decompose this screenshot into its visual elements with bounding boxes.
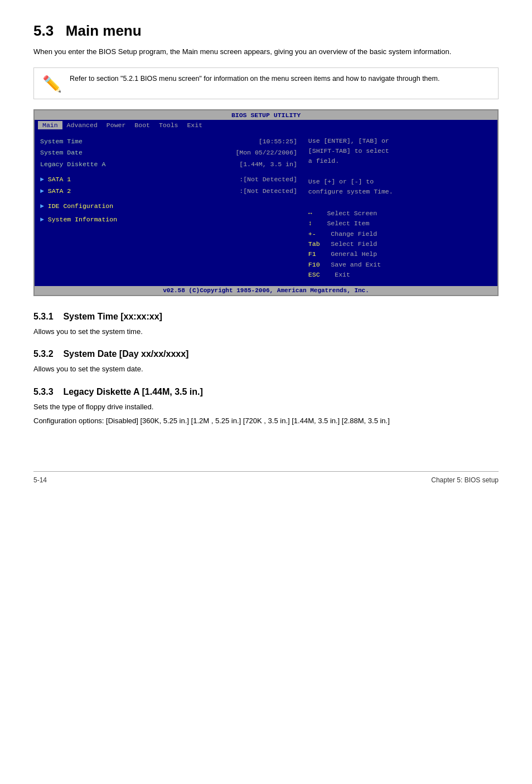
bios-value-sata2: :[Not Detected] — [239, 186, 297, 197]
bios-menu-power[interactable]: Power — [102, 121, 130, 129]
page-title: 5.3 Main menu — [33, 22, 499, 40]
note-box: ✏️ Refer to section "5.2.1 BIOS menu scr… — [33, 67, 499, 99]
bios-menu-tools[interactable]: Tools — [154, 121, 183, 129]
bios-row-sysinfo: ► System Information — [40, 214, 297, 225]
subsection-531-desc: Allows you to set the system time. — [33, 326, 499, 337]
bios-row-diskette: Legacy Diskette A [1.44M, 3.5 in] — [40, 159, 297, 170]
bios-row-system-date: System Date [Mon 05/22/2006] — [40, 147, 297, 158]
subsection-533-desc: Sets the type of floppy drive installed. — [33, 401, 499, 413]
bios-left-panel: System Time [10:55:25] System Date [Mon … — [35, 134, 303, 286]
note-text: Refer to section "5.2.1 BIOS menu screen… — [70, 74, 439, 84]
bios-value-diskette: [1.44M, 3.5 in] — [239, 159, 297, 170]
bios-nav-field: Change Field — [320, 229, 378, 239]
bios-value-sata1: :[Not Detected] — [239, 174, 297, 185]
bios-sata2: ► SATA 2 — [40, 186, 71, 197]
bios-nav-item: Select Item — [316, 219, 370, 229]
note-icon: ✏️ — [42, 75, 62, 93]
bios-value-system-date: [Mon 05/22/2006] — [235, 147, 297, 158]
subsection-532-desc: Allows you to set the system date. — [33, 364, 499, 375]
bios-screen: BIOS SETUP UTILITY Main Advanced Power B… — [33, 109, 499, 296]
bios-sata1: ► SATA 1 — [40, 174, 71, 185]
bios-row-system-time: System Time [10:55:25] — [40, 136, 297, 147]
bios-help-text: Use [ENTER], [TAB] or [SHIFT-TAB] to sel… — [308, 136, 492, 197]
bios-menu-exit[interactable]: Exit — [182, 121, 207, 129]
bios-nav-esc: Exit — [323, 270, 350, 280]
subsection-532-title: 5.3.2 System Date [Day xx/xx/xxxx] — [33, 349, 499, 359]
footer-chapter: Chapter 5: BIOS setup — [431, 476, 499, 484]
bios-nav-f1: General Help — [320, 249, 378, 259]
section-number: 5.3 — [33, 22, 54, 39]
bios-nav-screen: Select Screen — [316, 209, 377, 219]
bios-footer: v02.58 (C)Copyright 1985-2006, American … — [35, 286, 497, 295]
bios-title-bar: BIOS SETUP UTILITY — [35, 110, 497, 120]
page-footer: 5-14 Chapter 5: BIOS setup — [33, 471, 499, 484]
bios-right-panel: Use [ENTER], [TAB] or [SHIFT-TAB] to sel… — [303, 134, 497, 286]
bios-row-sata1: ► SATA 1 :[Not Detected] — [40, 174, 297, 185]
bios-body: System Time [10:55:25] System Date [Mon … — [35, 130, 497, 286]
bios-row-ide: ► IDE Configuration — [40, 201, 297, 212]
bios-menu-bar: Main Advanced Power Boot Tools Exit — [35, 120, 497, 130]
bios-row-sata2: ► SATA 2 :[Not Detected] — [40, 186, 297, 197]
subsection-533-title: 5.3.3 Legacy Diskette A [1.44M, 3.5 in.] — [33, 387, 499, 397]
footer-page-number: 5-14 — [33, 476, 47, 484]
bios-nav-tab: Select Field — [323, 239, 378, 249]
bios-menu-boot[interactable]: Boot — [130, 121, 154, 129]
bios-label-system-time: System Time — [40, 136, 83, 147]
subsection-531-title: 5.3.1 System Time [xx:xx:xx] — [33, 312, 499, 322]
bios-menu-advanced[interactable]: Advanced — [62, 121, 102, 129]
bios-value-system-time: [10:55:25] — [259, 136, 297, 147]
subsection-533-config: Configuration options: [Disabled] [360K,… — [33, 415, 499, 427]
bios-menu-main[interactable]: Main — [38, 121, 62, 129]
section-name: Main menu — [66, 22, 142, 39]
bios-nav-f10: Save and Exit — [323, 260, 381, 270]
bios-label-diskette: Legacy Diskette A — [40, 159, 105, 170]
bios-label-system-date: System Date — [40, 147, 83, 158]
bios-nav-help: ↔ Select Screen ↕ Select Item +- Change … — [308, 209, 492, 280]
intro-text: When you enter the BIOS Setup program, t… — [33, 46, 499, 57]
